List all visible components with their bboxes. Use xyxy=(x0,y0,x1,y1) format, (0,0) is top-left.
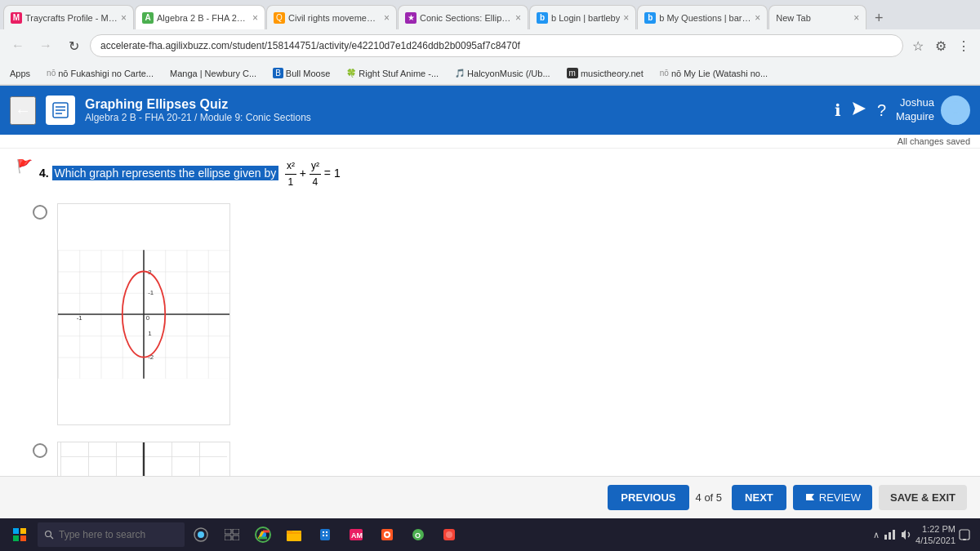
send-icon[interactable] xyxy=(851,100,867,121)
tab-label-newtab: New Tab xyxy=(776,13,850,23)
taskbar-pin3-icon[interactable] xyxy=(372,520,402,549)
graph-svg-1: -1 2 1 -1 -2 0 xyxy=(58,204,229,424)
user-info: JoshuaMaguire xyxy=(896,96,970,125)
question-text: 4. Which graph represents the ellipse gi… xyxy=(39,158,341,190)
header-back-button[interactable]: ← xyxy=(10,96,36,125)
cortana-icon xyxy=(194,527,208,542)
question-row: 🚩 4. Which graph represents the ellipse … xyxy=(16,158,964,190)
taskbar-taskview-icon[interactable] xyxy=(217,520,247,549)
bookmark-apps[interactable]: Apps xyxy=(7,67,33,80)
address-bar[interactable]: accelerate-fha.agilixbuzz.com/student/15… xyxy=(90,34,903,57)
tab-icon-bartleby2: b xyxy=(644,12,656,24)
back-button[interactable]: ← xyxy=(7,34,29,57)
svg-rect-26 xyxy=(13,535,19,541)
tab-close-civilrights[interactable]: × xyxy=(384,12,390,24)
svg-rect-39 xyxy=(287,531,292,533)
tab-close-conics[interactable]: × xyxy=(515,12,521,24)
question-prompt: Which graph represents the ellipse given… xyxy=(52,166,279,180)
radio-option-1[interactable] xyxy=(33,205,47,220)
bookmark-star-icon[interactable]: ☆ xyxy=(908,36,928,56)
tab-algebra[interactable]: A Algebra 2 B - FHA 20-21 - Activ... × xyxy=(135,5,265,29)
tab-bartleby2[interactable]: b b My Questions | bartleby × xyxy=(637,5,768,29)
taskbar-cortana-icon[interactable] xyxy=(186,520,216,549)
explorer-icon xyxy=(286,527,302,542)
pin3-icon xyxy=(380,527,394,542)
pin1-icon xyxy=(318,527,332,542)
tab-close-newtab[interactable]: × xyxy=(853,12,859,24)
tab-civilrights[interactable]: Q Civil rights movement Flashcards × xyxy=(266,5,397,29)
notification-icon[interactable] xyxy=(959,528,970,541)
svg-rect-41 xyxy=(323,531,324,533)
help-icon[interactable]: ? xyxy=(877,101,886,120)
pin5-icon xyxy=(442,527,457,542)
tab-close-algebra[interactable]: × xyxy=(252,12,258,24)
svg-rect-25 xyxy=(20,528,26,534)
app-header: ← Graphing Ellipses Quiz Algebra 2 B - F… xyxy=(0,86,980,135)
save-exit-button[interactable]: SAVE & EXIT xyxy=(879,485,967,510)
tab-close-bartleby1[interactable]: × xyxy=(623,12,629,24)
review-button-label: REVIEW xyxy=(819,491,861,504)
menu-icon[interactable]: ⋮ xyxy=(954,36,973,56)
bookmark-fukashigi[interactable]: nō nō Fukashigi no Carte... xyxy=(43,67,157,80)
tab-close-ma[interactable]: × xyxy=(121,12,127,24)
tab-label-ma: Traycrafts Profile - MyAnime... xyxy=(25,13,118,23)
extensions-icon[interactable]: ⚙ xyxy=(931,36,951,56)
taskbar-tray: ∧ 1:22 PM 4/15/2021 xyxy=(866,523,977,547)
bookmark-rightstuf[interactable]: 🍀 Right Stuf Anime -... xyxy=(343,67,442,80)
start-button[interactable] xyxy=(3,520,36,549)
bookmark-mylie[interactable]: nō nō My Lie (Watashi no... xyxy=(657,67,771,80)
tab-label-algebra: Algebra 2 B - FHA 20-21 - Activ... xyxy=(157,13,249,23)
tab-bar: M Traycrafts Profile - MyAnime... × A Al… xyxy=(0,0,980,29)
radio-option-2[interactable] xyxy=(33,443,47,458)
bookmark-rightstuf-label: Right Stuf Anime -... xyxy=(359,69,439,78)
svg-point-31 xyxy=(198,531,204,538)
svg-rect-32 xyxy=(225,529,231,534)
bookmark-halcyon[interactable]: 🎵 HalcyonMusic (/Ub... xyxy=(452,67,553,80)
header-title: Graphing Ellipses Quiz xyxy=(85,97,825,112)
bookmark-manga[interactable]: Manga | Newbury C... xyxy=(167,67,260,80)
tab-label-civilrights: Civil rights movement Flashcards xyxy=(288,13,381,23)
svg-text:AM: AM xyxy=(351,531,363,540)
address-bar-row: ← → ↻ accelerate-fha.agilixbuzz.com/stud… xyxy=(0,29,980,62)
info-icon[interactable]: ℹ xyxy=(835,100,841,120)
tab-close-bartleby2[interactable]: × xyxy=(755,12,760,24)
new-tab-button[interactable]: + xyxy=(867,7,890,29)
taskbar-explorer-icon[interactable] xyxy=(279,520,309,549)
flag-button[interactable]: 🚩 xyxy=(16,158,33,174)
svg-rect-42 xyxy=(326,531,327,533)
browser-chrome: M Traycrafts Profile - MyAnime... × A Al… xyxy=(0,0,980,86)
tab-icon-bartleby1: b xyxy=(537,12,548,24)
pin4-icon: O xyxy=(411,527,425,542)
forward-button[interactable]: → xyxy=(34,34,57,57)
svg-text:O: O xyxy=(415,531,421,540)
taskbar-search-box[interactable] xyxy=(38,522,185,547)
footer-bar: PREVIOUS 4 of 5 NEXT REVIEW SAVE & EXIT xyxy=(0,476,980,518)
taskbar-pin4-icon[interactable]: O xyxy=(403,520,433,549)
taskbar-pin5-icon[interactable] xyxy=(434,520,464,549)
taskbar-pin1-icon[interactable] xyxy=(310,520,340,549)
svg-rect-57 xyxy=(960,530,969,540)
flag-icon xyxy=(804,492,816,504)
header-subtitle: Algebra 2 B - FHA 20-21 / Module 9: Coni… xyxy=(85,112,825,123)
tab-icon-algebra: A xyxy=(142,12,154,24)
taskbar-chrome-icon[interactable] xyxy=(248,520,278,549)
volume-icon[interactable] xyxy=(899,528,912,541)
previous-button[interactable]: PREVIOUS xyxy=(608,485,688,510)
browser-actions: ☆ ⚙ ⋮ xyxy=(908,36,973,56)
chrome-icon xyxy=(255,527,271,543)
review-button[interactable]: REVIEW xyxy=(793,485,872,510)
tab-icon-civilrights: Q xyxy=(274,12,285,24)
next-button[interactable]: NEXT xyxy=(732,485,786,510)
tab-bartleby1[interactable]: b b Login | bartleby × xyxy=(529,5,636,29)
bookmark-bullmoose[interactable]: B Bull Moose xyxy=(270,66,333,80)
svg-text:-1: -1 xyxy=(148,290,154,297)
tray-up-arrow[interactable]: ∧ xyxy=(873,530,880,540)
tab-myanimelist[interactable]: M Traycrafts Profile - MyAnime... × xyxy=(3,5,134,29)
tab-newtab[interactable]: New Tab × xyxy=(768,5,866,29)
reload-button[interactable]: ↻ xyxy=(62,34,85,57)
taskbar-pin2-icon[interactable]: AM xyxy=(341,520,371,549)
taskbar-search-input[interactable] xyxy=(59,529,165,540)
tab-conics[interactable]: ★ Conic Sections: Ellipses and Circ... × xyxy=(398,5,528,29)
bookmark-musictheory[interactable]: m musictheory.net xyxy=(564,66,647,80)
clock-time: 1:22 PM xyxy=(915,523,956,535)
